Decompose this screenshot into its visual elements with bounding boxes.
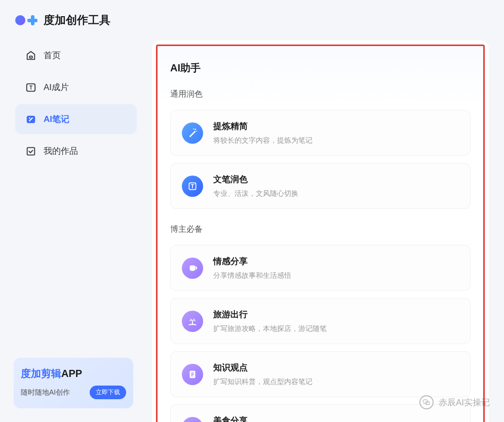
section-title-blogger: 博主必备 (170, 224, 471, 235)
promo-subtitle: 随时随地AI创作 (21, 388, 70, 397)
feature-desc: 专业、活泼，文风随心切换 (213, 189, 459, 198)
section-title-general: 通用润色 (170, 89, 471, 100)
feature-desc: 扩写知识科普，观点型内容笔记 (213, 377, 459, 387)
feature-title: 美食分享 (213, 415, 459, 422)
feature-title: 旅游出行 (213, 309, 459, 320)
svg-text:T: T (29, 85, 33, 90)
sidebar-item-home[interactable]: 首页 (15, 40, 137, 70)
heart-cup-icon (182, 258, 203, 279)
feature-card-emotion[interactable]: 情感分享 分享情感故事和生活感悟 (170, 245, 471, 291)
feature-title: 文笔润色 (213, 174, 459, 185)
feature-title: 提炼精简 (213, 120, 459, 132)
svg-point-4 (29, 117, 30, 118)
notes-icon (25, 114, 36, 125)
content-panel: AI助手 通用润色 提炼精简 将较长的文字内容，提炼为笔记 (152, 40, 489, 422)
svg-point-6 (196, 131, 197, 132)
sidebar-item-ai-notes[interactable]: AI笔记 (15, 104, 137, 134)
works-icon (25, 146, 36, 157)
promo-card[interactable]: 度加剪辑APP 随时随地AI创作 立即下载 (14, 358, 133, 408)
sidebar-item-my-works[interactable]: 我的作品 (15, 136, 137, 166)
feature-desc: 分享情感故事和生活感悟 (213, 271, 459, 280)
sidebar-item-label: 我的作品 (44, 145, 78, 157)
palm-icon (182, 311, 203, 332)
wechat-icon (419, 395, 434, 409)
svg-text:T: T (191, 183, 195, 189)
app-header: 度加创作工具 (0, 0, 504, 40)
feature-title: 情感分享 (213, 256, 459, 267)
panel-title: AI助手 (170, 61, 471, 75)
svg-point-5 (195, 129, 196, 130)
wand-icon (182, 122, 203, 144)
feature-card-refine[interactable]: 提炼精简 将较长的文字内容，提炼为笔记 (170, 110, 471, 156)
feature-card-travel[interactable]: 旅游出行 扩写旅游攻略，本地探店，游记随笔 (170, 298, 471, 344)
document-icon (182, 364, 203, 385)
feature-card-knowledge[interactable]: 知识观点 扩写知识科普，观点型内容笔记 (170, 351, 471, 397)
sidebar-item-label: 首页 (44, 50, 61, 61)
svg-point-7 (193, 128, 194, 129)
sidebar-item-label: AI成片 (44, 81, 69, 93)
video-icon: T (25, 82, 36, 93)
watermark: 赤辰AI实操记 (419, 395, 490, 409)
sidebar-item-label: AI笔记 (44, 113, 69, 125)
food-icon (182, 417, 203, 423)
text-icon: T (182, 176, 203, 197)
logo-icon (15, 15, 37, 25)
feature-desc: 扩写旅游攻略，本地探店，游记随笔 (213, 324, 459, 333)
download-button[interactable]: 立即下载 (90, 386, 126, 399)
promo-title: 度加剪辑APP (21, 367, 126, 381)
app-logo: 度加创作工具 (15, 13, 110, 28)
feature-card-polish[interactable]: T 文笔润色 专业、活泼，文风随心切换 (170, 163, 471, 209)
svg-rect-0 (29, 56, 32, 58)
feature-title: 知识观点 (213, 362, 459, 373)
sidebar-item-ai-video[interactable]: T AI成片 (15, 72, 137, 102)
app-title: 度加创作工具 (44, 13, 110, 28)
highlight-box: AI助手 通用润色 提炼精简 将较长的文字内容，提炼为笔记 (156, 45, 485, 422)
feature-desc: 将较长的文字内容，提炼为笔记 (213, 136, 459, 145)
watermark-text: 赤辰AI实操记 (439, 397, 490, 408)
home-icon (25, 50, 36, 61)
